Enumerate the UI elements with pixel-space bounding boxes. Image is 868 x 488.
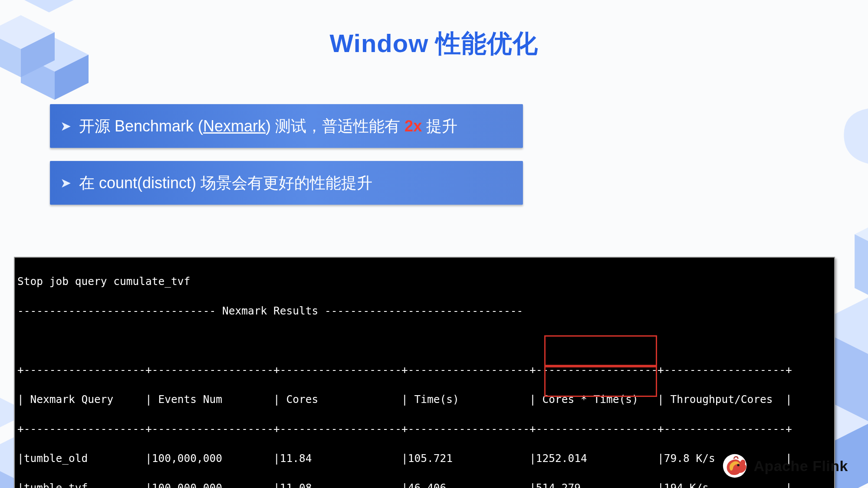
table-border: +-------------------+-------------------… xyxy=(17,422,832,436)
svg-marker-19 xyxy=(855,234,868,315)
flink-squirrel-icon xyxy=(722,453,747,478)
svg-marker-1 xyxy=(21,55,55,100)
table-header-row: | Nexmark Query | Events Num | Cores | T… xyxy=(17,392,832,407)
terminal-window: Stop job query cumulate_tvf ------------… xyxy=(14,257,835,488)
svg-marker-2 xyxy=(55,55,89,100)
table-row: |tumble_old |100,000,000 |11.84 |105.721… xyxy=(17,451,832,466)
stop-line: Stop job query cumulate_tvf xyxy=(17,274,832,289)
callout-count-distinct: ➤ 在 count(distinct) 场景会有更好的性能提升 xyxy=(50,161,523,205)
callout-list: ➤ 开源 Benchmark (Nexmark) 测试，普适性能有 2x 提升 … xyxy=(50,104,523,218)
callout-text: 在 count(distinct) 场景会有更好的性能提升 xyxy=(79,173,372,193)
table-border: +-------------------+-------------------… xyxy=(17,363,832,377)
chevron-right-icon: ➤ xyxy=(60,118,71,134)
terminal-output: Stop job query cumulate_tvf ------------… xyxy=(15,258,834,488)
highlight-2x: 2x xyxy=(404,117,422,135)
svg-point-24 xyxy=(737,464,740,466)
callout-text: 开源 Benchmark (Nexmark) 测试，普适性能有 2x 提升 xyxy=(79,116,457,136)
svg-marker-18 xyxy=(855,207,868,261)
table-row: |tumble_tvf |100,000,000 |11.08 |46.406 … xyxy=(17,481,832,488)
brand-text: Apache Flink xyxy=(753,458,848,475)
svg-marker-6 xyxy=(21,0,77,13)
callout-benchmark: ➤ 开源 Benchmark (Nexmark) 测试，普适性能有 2x 提升 xyxy=(50,104,523,148)
nexmark-link[interactable]: Nexmark xyxy=(203,117,266,135)
results-header: ------------------------------- Nexmark … xyxy=(17,304,832,318)
footer-logo: Apache Flink xyxy=(722,453,848,478)
page-title: Window 性能优化 xyxy=(0,27,868,61)
chevron-right-icon: ➤ xyxy=(60,175,71,191)
